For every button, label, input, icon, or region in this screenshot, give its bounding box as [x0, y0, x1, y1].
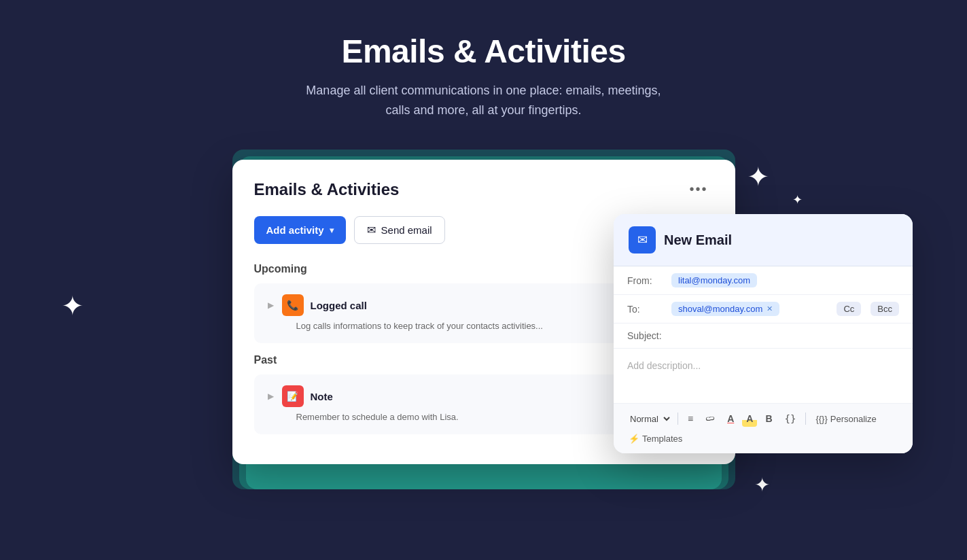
bcc-button[interactable]: Bcc — [871, 302, 899, 316]
add-activity-button[interactable]: Add activity ▾ — [254, 216, 346, 244]
font-color-icon[interactable]: A — [723, 410, 738, 427]
description-placeholder: Add description... — [627, 360, 701, 371]
email-panel-icon: ✉ — [629, 226, 656, 253]
hero-section: Emails & Activities Manage all client co… — [0, 0, 967, 142]
templates-icon: ⚡ — [629, 434, 639, 444]
highlight-icon[interactable]: A — [742, 410, 757, 427]
call-icon: 📞 — [282, 294, 304, 316]
chevron-down-icon: ▾ — [330, 226, 334, 235]
subject-input[interactable] — [671, 330, 899, 341]
to-label: To: — [627, 304, 665, 315]
personalize-icon: {{}} — [815, 414, 827, 424]
bold-icon[interactable]: B — [761, 410, 776, 427]
templates-button[interactable]: ⚡ Templates — [625, 431, 686, 447]
note-title: Note — [311, 391, 333, 402]
email-fields: From: lital@monday.com To: shoval@monday… — [614, 266, 913, 403]
hero-title: Emails & Activities — [0, 33, 967, 70]
format-select[interactable]: Normal — [625, 411, 672, 427]
send-email-button[interactable]: ✉ Send email — [354, 216, 445, 244]
note-header: ▶ 📝 Note — [268, 385, 333, 407]
sparkle-top-right-small: ✦ — [792, 194, 803, 206]
logged-call-title: Logged call — [311, 300, 367, 311]
cc-button[interactable]: Cc — [837, 302, 861, 316]
subject-label: Subject: — [627, 330, 665, 341]
hero-subtitle: Manage all client communications in one … — [294, 81, 674, 120]
personalize-label: Personalize — [830, 414, 877, 424]
toolbar-separator-1 — [678, 413, 678, 425]
to-chip: shoval@monday.com ✕ — [671, 302, 779, 316]
from-chip: lital@monday.com — [671, 273, 757, 287]
send-email-label: Send email — [381, 224, 432, 236]
note-icon: 📝 — [282, 385, 304, 407]
personalize-button[interactable]: {{}} Personalize — [811, 411, 880, 427]
email-icon: ✉ — [367, 224, 376, 237]
sparkle-left: ✦ — [61, 292, 84, 319]
from-label: From: — [627, 275, 665, 286]
toolbar-separator-2 — [805, 413, 806, 425]
sparkle-bottom-right: ✦ — [754, 476, 770, 495]
subject-row: Subject: — [614, 323, 913, 349]
templates-label: Templates — [642, 434, 682, 444]
email-panel-title: New Email — [664, 232, 732, 248]
to-chip-remove[interactable]: ✕ — [767, 304, 773, 313]
email-panel: ✉ New Email From: lital@monday.com To: s… — [614, 214, 913, 453]
to-row: To: shoval@monday.com ✕ Cc Bcc — [614, 295, 913, 323]
sparkle-top-right: ✦ — [747, 163, 770, 190]
card-header: Emails & Activities ••• — [254, 179, 714, 200]
email-toolbar: Normal ≡ A A B {} {{}} Personalize ⚡ Tem… — [614, 403, 913, 453]
add-activity-label: Add activity — [266, 224, 324, 236]
code-icon[interactable]: {} — [781, 410, 801, 427]
email-panel-header: ✉ New Email — [614, 214, 913, 266]
more-options-button[interactable]: ••• — [684, 179, 713, 200]
list-icon[interactable]: ≡ — [684, 410, 697, 427]
description-area: Add description... — [614, 349, 913, 403]
card-title: Emails & Activities — [254, 180, 400, 199]
note-expand-arrow[interactable]: ▶ — [268, 391, 274, 401]
from-row: From: lital@monday.com — [614, 266, 913, 295]
link-icon[interactable] — [701, 411, 719, 426]
expand-arrow-icon[interactable]: ▶ — [268, 300, 274, 310]
